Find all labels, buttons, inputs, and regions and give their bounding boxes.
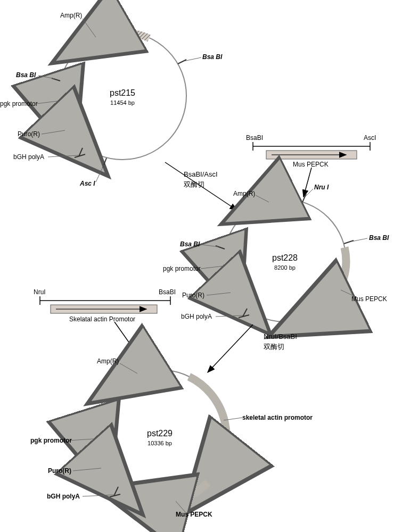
svg-line-43: [69, 439, 94, 440]
label-amp-3: Amp(R): [97, 358, 119, 365]
label-amp-2: Amp(R): [233, 190, 255, 197]
frag2-right: BsaBI: [159, 288, 176, 296]
svg-line-11: [38, 76, 55, 79]
svg-line-27: [305, 189, 313, 197]
label-nrui-2: Nru I: [314, 184, 329, 191]
frag1-left: BsaBI: [246, 134, 263, 142]
label-bgh-3: bGH polyA: [47, 493, 80, 500]
feature-amp-arc: [91, 32, 149, 41]
plasmid-pst215-name: pst215: [110, 88, 135, 98]
label-bgh-2: bGH polyA: [181, 313, 212, 320]
label-asci-1: Asc I: [80, 180, 95, 187]
svg-line-14: [48, 155, 79, 157]
workflow-arrow-frag2: [114, 322, 146, 367]
fragment-skelactin: [40, 296, 170, 313]
svg-line-13: [42, 130, 65, 134]
svg-line-24: [344, 240, 354, 244]
svg-line-15: [96, 165, 104, 182]
feature-muspepck-arc: [311, 247, 346, 316]
feature-amp-arc-2: [258, 200, 297, 206]
svg-line-12: [36, 101, 58, 104]
label-bsabi-1b: Bsa BI: [16, 71, 36, 79]
svg-line-9: [83, 19, 96, 37]
plasmid-pst228-size: 8200 bp: [274, 264, 296, 271]
frag2-label: Skelatal actin Promotor: [69, 315, 135, 323]
label-pgk-2: pgk promotor: [163, 265, 201, 272]
feature-puro-arc: [63, 120, 77, 144]
step1-cn: 双酶切: [184, 180, 204, 189]
svg-line-31: [207, 293, 231, 295]
svg-line-32: [216, 315, 243, 317]
label-muspepck-2: Mus PEPCK: [351, 295, 387, 303]
label-muspepck-3: Mus PEPCK: [176, 511, 212, 518]
step2-en: NruI/BsaBI: [264, 332, 297, 340]
step1-en: BsaBI/AscI: [184, 170, 218, 178]
label-puro-1: Puro(R): [18, 130, 40, 138]
svg-line-28: [351, 238, 367, 242]
label-skelprom-3: skeletal actin promotor: [242, 414, 313, 421]
step2-cn: 双酶切: [264, 342, 284, 352]
label-pgk-3: pgk promotor: [30, 437, 72, 444]
svg-line-44: [73, 468, 101, 471]
label-bsabi-1a: Bsa BI: [202, 53, 222, 61]
label-bgh-1: bGH polyA: [13, 153, 44, 161]
label-pgk-1: pgk promotor: [0, 100, 38, 107]
plasmid-pst229-size: 10336 bp: [147, 440, 172, 446]
plasmid-pst229-name: pst229: [147, 429, 173, 438]
svg-line-30: [201, 266, 224, 269]
label-bsabi-2b: Bsa BI: [180, 240, 200, 248]
plasmid-pst228-name: pst228: [272, 253, 298, 263]
label-amp-1: Amp(R): [60, 12, 82, 19]
svg-line-10: [184, 57, 201, 61]
frag1-label: Mus PEPCK: [293, 161, 329, 168]
plasmid-pst215-size: 11454 bp: [110, 99, 135, 106]
workflow-arrow-2: [208, 325, 253, 372]
feature-skelactin-arc: [189, 377, 226, 478]
svg-line-45: [83, 495, 114, 496]
frag1-right: AscI: [364, 134, 376, 142]
label-bsabi-2a: Bsa BI: [369, 234, 389, 242]
svg-line-25: [216, 246, 225, 249]
svg-line-41: [120, 363, 137, 373]
fragment-muspepck: [253, 142, 370, 159]
frag2-left: NruI: [34, 288, 46, 296]
diagram-svg: [0, 0, 410, 532]
workflow-arrow-frag1: [304, 168, 311, 197]
svg-line-6: [178, 60, 186, 64]
label-puro-2: Puro(R): [182, 292, 204, 299]
label-puro-3: Puro(R): [48, 467, 71, 475]
feature-pgk-arc: [59, 85, 62, 116]
